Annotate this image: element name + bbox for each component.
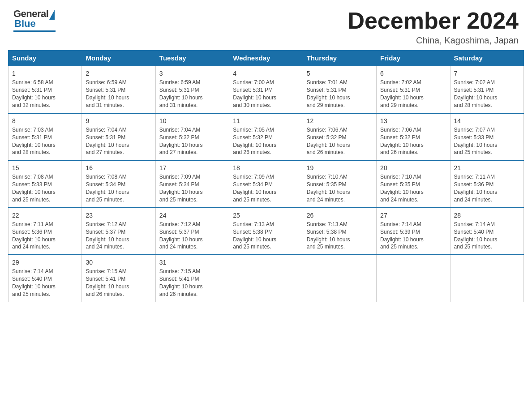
day-info: Sunrise: 7:14 AM Sunset: 5:39 PM Dayligh… [380,221,446,251]
day-info: Sunrise: 7:09 AM Sunset: 5:34 PM Dayligh… [159,173,225,203]
calendar-day-cell: 24Sunrise: 7:12 AM Sunset: 5:37 PM Dayli… [155,208,229,255]
logo-underline [13,30,56,32]
calendar-week-row: 22Sunrise: 7:11 AM Sunset: 5:36 PM Dayli… [9,208,524,255]
day-number: 24 [159,211,225,220]
calendar-day-cell: 4Sunrise: 7:00 AM Sunset: 5:31 PM Daylig… [229,66,303,113]
weekday-header-thursday: Thursday [303,51,376,66]
day-info: Sunrise: 6:58 AM Sunset: 5:31 PM Dayligh… [12,79,78,109]
calendar-day-cell: 26Sunrise: 7:13 AM Sunset: 5:38 PM Dayli… [303,208,376,255]
calendar-day-cell: 27Sunrise: 7:14 AM Sunset: 5:39 PM Dayli… [377,208,450,255]
day-number: 16 [86,163,151,172]
weekday-header-monday: Monday [82,51,155,66]
day-number: 19 [307,163,373,172]
day-info: Sunrise: 7:11 AM Sunset: 5:36 PM Dayligh… [454,173,520,203]
day-info: Sunrise: 7:10 AM Sunset: 5:35 PM Dayligh… [380,173,446,203]
day-number: 12 [307,116,373,125]
weekday-header-saturday: Saturday [450,51,523,66]
weekday-header-sunday: Sunday [9,51,82,66]
calendar-day-cell: 10Sunrise: 7:04 AM Sunset: 5:32 PM Dayli… [155,113,229,160]
day-number: 1 [12,69,78,78]
day-number: 9 [86,116,151,125]
day-number: 26 [307,211,373,220]
weekday-header-wednesday: Wednesday [229,51,303,66]
day-number: 3 [159,69,225,78]
day-info: Sunrise: 7:11 AM Sunset: 5:36 PM Dayligh… [12,221,78,251]
day-info: Sunrise: 7:02 AM Sunset: 5:31 PM Dayligh… [380,79,446,109]
day-number: 8 [12,116,78,125]
calendar-day-cell: 23Sunrise: 7:12 AM Sunset: 5:37 PM Dayli… [82,208,155,255]
day-number: 27 [380,211,446,220]
day-number: 29 [12,258,78,267]
day-info: Sunrise: 7:14 AM Sunset: 5:40 PM Dayligh… [12,268,78,298]
calendar-day-cell: 14Sunrise: 7:07 AM Sunset: 5:33 PM Dayli… [450,113,523,160]
day-info: Sunrise: 7:08 AM Sunset: 5:34 PM Dayligh… [86,173,151,203]
calendar-week-row: 1Sunrise: 6:58 AM Sunset: 5:31 PM Daylig… [9,66,524,113]
calendar-day-cell: 20Sunrise: 7:10 AM Sunset: 5:35 PM Dayli… [377,160,450,207]
day-number: 18 [233,163,299,172]
location-subtitle: China, Kagoshima, Japan [348,35,519,46]
calendar-day-cell [229,255,303,302]
calendar-day-cell [377,255,450,302]
day-number: 6 [380,69,446,78]
calendar-day-cell: 7Sunrise: 7:02 AM Sunset: 5:31 PM Daylig… [450,66,523,113]
calendar-day-cell: 29Sunrise: 7:14 AM Sunset: 5:40 PM Dayli… [9,255,82,302]
month-year-title: December 2024 [348,8,519,34]
day-number: 2 [86,69,151,78]
calendar-day-cell: 22Sunrise: 7:11 AM Sunset: 5:36 PM Dayli… [9,208,82,255]
calendar-day-cell [303,255,376,302]
day-info: Sunrise: 6:59 AM Sunset: 5:31 PM Dayligh… [86,79,151,109]
day-info: Sunrise: 7:06 AM Sunset: 5:32 PM Dayligh… [307,126,373,156]
calendar-day-cell: 17Sunrise: 7:09 AM Sunset: 5:34 PM Dayli… [155,160,229,207]
calendar-day-cell: 11Sunrise: 7:05 AM Sunset: 5:32 PM Dayli… [229,113,303,160]
calendar-day-cell: 9Sunrise: 7:04 AM Sunset: 5:31 PM Daylig… [82,113,155,160]
day-info: Sunrise: 7:03 AM Sunset: 5:31 PM Dayligh… [12,126,78,156]
day-info: Sunrise: 7:02 AM Sunset: 5:31 PM Dayligh… [454,79,520,109]
day-number: 20 [380,163,446,172]
day-info: Sunrise: 7:15 AM Sunset: 5:41 PM Dayligh… [159,268,225,298]
day-number: 22 [12,211,78,220]
calendar-day-cell: 6Sunrise: 7:02 AM Sunset: 5:31 PM Daylig… [377,66,450,113]
weekday-header-friday: Friday [377,51,450,66]
calendar-day-cell: 8Sunrise: 7:03 AM Sunset: 5:31 PM Daylig… [9,113,82,160]
calendar-day-cell: 18Sunrise: 7:09 AM Sunset: 5:34 PM Dayli… [229,160,303,207]
day-info: Sunrise: 7:04 AM Sunset: 5:31 PM Dayligh… [86,126,151,156]
calendar-day-cell: 2Sunrise: 6:59 AM Sunset: 5:31 PM Daylig… [82,66,155,113]
day-number: 14 [454,116,520,125]
calendar-week-row: 15Sunrise: 7:08 AM Sunset: 5:33 PM Dayli… [9,160,524,207]
day-number: 15 [12,163,78,172]
day-info: Sunrise: 7:07 AM Sunset: 5:33 PM Dayligh… [454,126,520,156]
calendar-day-cell: 21Sunrise: 7:11 AM Sunset: 5:36 PM Dayli… [450,160,523,207]
day-info: Sunrise: 7:12 AM Sunset: 5:37 PM Dayligh… [86,221,151,251]
day-info: Sunrise: 6:59 AM Sunset: 5:31 PM Dayligh… [159,79,225,109]
day-number: 21 [454,163,520,172]
day-number: 31 [159,258,225,267]
day-info: Sunrise: 7:01 AM Sunset: 5:31 PM Dayligh… [307,79,373,109]
calendar-day-cell: 12Sunrise: 7:06 AM Sunset: 5:32 PM Dayli… [303,113,376,160]
day-number: 5 [307,69,373,78]
calendar-day-cell: 16Sunrise: 7:08 AM Sunset: 5:34 PM Dayli… [82,160,155,207]
day-info: Sunrise: 7:00 AM Sunset: 5:31 PM Dayligh… [233,79,299,109]
calendar-day-cell: 13Sunrise: 7:06 AM Sunset: 5:32 PM Dayli… [377,113,450,160]
day-info: Sunrise: 7:04 AM Sunset: 5:32 PM Dayligh… [159,126,225,156]
day-number: 7 [454,69,520,78]
day-number: 30 [86,258,151,267]
day-number: 11 [233,116,299,125]
weekday-header-row: SundayMondayTuesdayWednesdayThursdayFrid… [9,51,524,66]
calendar-day-cell [450,255,523,302]
day-number: 4 [233,69,299,78]
day-number: 10 [159,116,225,125]
logo: General Blue [13,8,56,32]
weekday-header-tuesday: Tuesday [155,51,229,66]
day-number: 28 [454,211,520,220]
page-header: General Blue December 2024 China, Kagosh… [0,0,532,50]
day-info: Sunrise: 7:06 AM Sunset: 5:32 PM Dayligh… [380,126,446,156]
day-number: 23 [86,211,151,220]
day-number: 17 [159,163,225,172]
day-info: Sunrise: 7:10 AM Sunset: 5:35 PM Dayligh… [307,173,373,203]
calendar-day-cell: 31Sunrise: 7:15 AM Sunset: 5:41 PM Dayli… [155,255,229,302]
day-info: Sunrise: 7:12 AM Sunset: 5:37 PM Dayligh… [159,221,225,251]
day-info: Sunrise: 7:05 AM Sunset: 5:32 PM Dayligh… [233,126,299,156]
logo-triangle-icon [49,10,55,20]
calendar-day-cell: 19Sunrise: 7:10 AM Sunset: 5:35 PM Dayli… [303,160,376,207]
calendar-week-row: 29Sunrise: 7:14 AM Sunset: 5:40 PM Dayli… [9,255,524,302]
